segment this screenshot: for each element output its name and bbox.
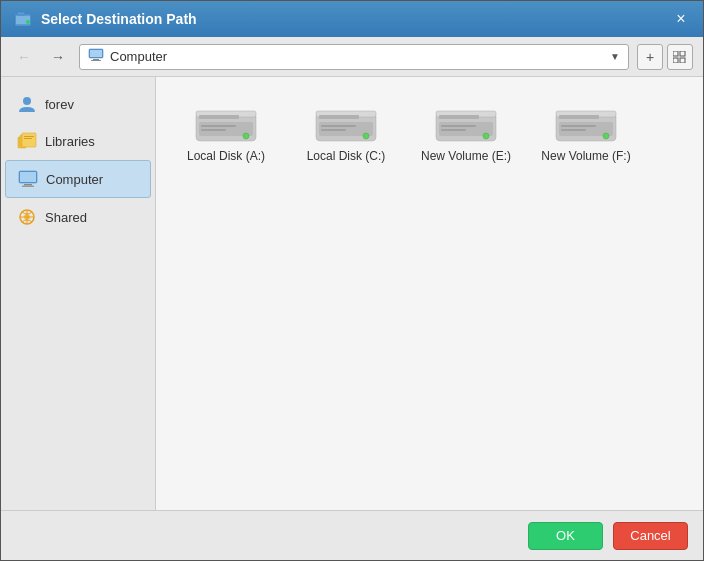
file-item-label: New Volume (F:): [541, 149, 630, 165]
cancel-button[interactable]: Cancel: [613, 522, 688, 550]
dialog-title: Select Destination Path: [41, 11, 197, 27]
svg-rect-52: [561, 125, 596, 127]
address-bar[interactable]: Computer ▼: [79, 44, 629, 70]
drive-icon: [551, 101, 621, 149]
svg-rect-19: [20, 172, 36, 182]
sidebar-libraries-label: Libraries: [45, 134, 95, 149]
sidebar: forev Libraries: [1, 77, 156, 510]
new-folder-button[interactable]: +: [637, 44, 663, 70]
svg-rect-31: [201, 125, 236, 127]
main-pane: Local Disk (A:) Local Disk (C:): [156, 77, 703, 510]
toolbar: ← → Computer ▼ +: [1, 37, 703, 77]
svg-rect-53: [561, 129, 586, 131]
svg-rect-39: [321, 129, 346, 131]
svg-rect-35: [319, 115, 359, 119]
svg-point-12: [23, 97, 31, 105]
list-item[interactable]: New Volume (E:): [411, 92, 521, 174]
sidebar-item-computer[interactable]: Computer: [5, 160, 151, 198]
sidebar-computer-label: Computer: [46, 172, 103, 187]
drive-icon: [191, 101, 261, 149]
list-item[interactable]: Local Disk (A:): [171, 92, 281, 174]
sidebar-item-forev[interactable]: forev: [5, 86, 151, 122]
svg-rect-42: [439, 115, 479, 119]
svg-rect-20: [24, 184, 32, 186]
user-icon: [17, 94, 37, 114]
svg-rect-16: [24, 136, 34, 137]
ok-button[interactable]: OK: [528, 522, 603, 550]
content-area: forev Libraries: [1, 77, 703, 510]
svg-rect-15: [22, 133, 36, 147]
file-item-label: New Volume (E:): [421, 149, 511, 165]
sidebar-item-libraries[interactable]: Libraries: [5, 123, 151, 159]
drive-icon: [431, 101, 501, 149]
back-button[interactable]: ←: [11, 44, 37, 70]
svg-rect-8: [673, 51, 678, 56]
select-destination-dialog: Select Destination Path × ← → Computer ▼…: [0, 0, 704, 561]
svg-rect-9: [680, 51, 685, 56]
svg-rect-21: [22, 186, 34, 188]
forward-button[interactable]: →: [45, 44, 71, 70]
svg-rect-1: [17, 12, 25, 15]
dialog-icon: [13, 9, 33, 29]
file-item-label: Local Disk (C:): [307, 149, 386, 165]
svg-rect-38: [321, 125, 356, 127]
computer-address-icon: [88, 48, 104, 65]
sidebar-item-shared[interactable]: Shared: [5, 199, 151, 235]
svg-point-3: [26, 20, 30, 24]
sidebar-shared-label: Shared: [45, 210, 87, 225]
svg-rect-46: [441, 129, 466, 131]
address-dropdown-arrow[interactable]: ▼: [610, 51, 620, 62]
footer: OK Cancel: [1, 510, 703, 560]
svg-rect-28: [199, 115, 239, 119]
svg-point-30: [243, 133, 249, 139]
svg-rect-5: [90, 50, 102, 57]
svg-point-51: [603, 133, 609, 139]
svg-rect-49: [559, 115, 599, 119]
shared-icon: [17, 207, 37, 227]
svg-rect-7: [91, 60, 101, 61]
sidebar-forev-label: forev: [45, 97, 74, 112]
libraries-icon: [17, 131, 37, 151]
file-item-label: Local Disk (A:): [187, 149, 265, 165]
svg-point-37: [363, 133, 369, 139]
svg-rect-17: [24, 138, 32, 139]
title-bar: Select Destination Path ×: [1, 1, 703, 37]
svg-rect-32: [201, 129, 226, 131]
svg-point-44: [483, 133, 489, 139]
svg-rect-11: [680, 58, 685, 63]
svg-rect-45: [441, 125, 476, 127]
close-button[interactable]: ×: [671, 9, 691, 29]
drive-icon: [311, 101, 381, 149]
computer-icon: [18, 169, 38, 189]
view-toggle-button[interactable]: [667, 44, 693, 70]
svg-rect-10: [673, 58, 678, 63]
list-item[interactable]: Local Disk (C:): [291, 92, 401, 174]
file-grid: Local Disk (A:) Local Disk (C:): [171, 92, 688, 174]
list-item[interactable]: New Volume (F:): [531, 92, 641, 174]
address-text: Computer: [110, 49, 167, 64]
